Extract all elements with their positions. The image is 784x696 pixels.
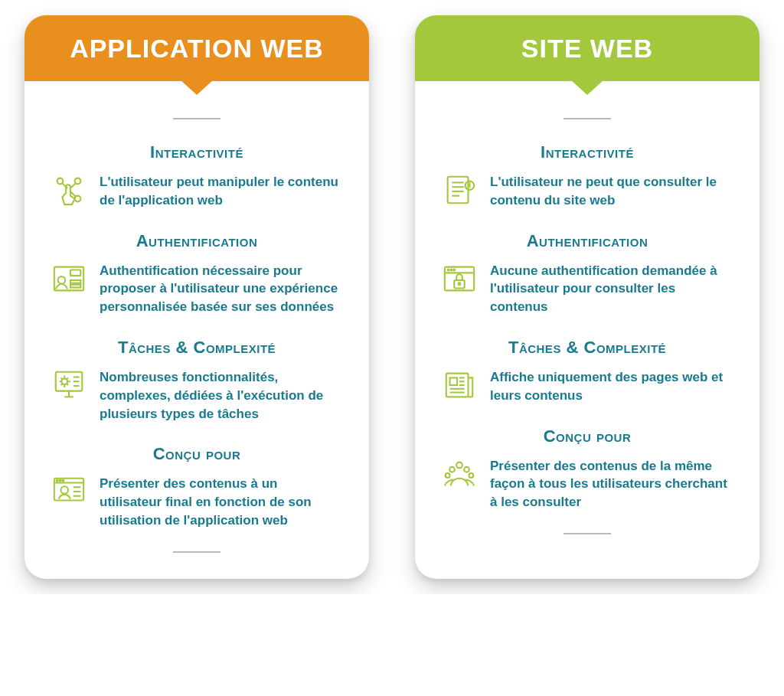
- svg-rect-43: [450, 377, 458, 385]
- card-title: SITE WEB: [521, 34, 653, 64]
- section-text: Présenter des contenus à un utilisateur …: [100, 475, 343, 529]
- section-authentification: Authentification Authentification nécess…: [51, 231, 343, 316]
- card-body: Interactivité L'utilisateur ne peut que …: [415, 81, 760, 560]
- divider-bottom: [564, 533, 611, 534]
- svg-point-21: [60, 480, 61, 482]
- svg-point-49: [456, 462, 462, 468]
- svg-rect-7: [70, 270, 80, 276]
- section-heading: Conçu pour: [51, 444, 343, 464]
- card-body: Interactivité L'utilisateur peut manipul…: [24, 81, 369, 579]
- news-icon: [441, 368, 478, 402]
- card-header-site-web: SITE WEB: [415, 15, 760, 81]
- section-concu-pour: Conçu pour Présenter des contenus de la …: [441, 426, 733, 511]
- settings-monitor-icon: [51, 368, 87, 402]
- svg-point-37: [448, 269, 449, 270]
- card-site-web: SITE WEB Interactivité L'utilisateur ne …: [415, 15, 760, 579]
- svg-rect-27: [448, 177, 469, 204]
- svg-point-34: [469, 181, 470, 182]
- svg-point-22: [62, 480, 64, 482]
- svg-point-14: [61, 378, 67, 384]
- section-text: L'utilisateur ne peut que consulter le c…: [490, 173, 733, 210]
- divider-top: [173, 118, 220, 119]
- svg-point-38: [451, 269, 452, 270]
- document-icon: [441, 173, 478, 207]
- section-heading: Tâches & Complexité: [51, 338, 343, 358]
- svg-point-50: [449, 466, 455, 472]
- section-text: Authentification nécessaire pour propose…: [100, 262, 343, 316]
- section-concu-pour: Conçu pour Présenter des contenus à un u…: [51, 444, 343, 529]
- svg-point-41: [459, 283, 461, 285]
- touch-icon: [51, 173, 87, 207]
- section-text: Aucune authentification demandée à l'uti…: [490, 262, 733, 316]
- section-authentification: Authentification Aucune authentification…: [441, 231, 733, 316]
- svg-point-20: [57, 480, 58, 482]
- login-icon: [51, 262, 87, 296]
- svg-rect-10: [70, 284, 80, 287]
- section-text: Présenter des contenus de la même façon …: [490, 457, 733, 511]
- svg-point-8: [58, 276, 66, 284]
- section-text: Nombreuses fonctionnalités, complexes, d…: [100, 368, 343, 423]
- section-text: L'utilisateur peut manipuler le contenu …: [100, 173, 343, 210]
- svg-point-52: [446, 473, 450, 478]
- user-screen-icon: [51, 475, 87, 508]
- section-heading: Interactivité: [51, 142, 343, 162]
- svg-point-0: [57, 178, 64, 185]
- svg-point-1: [75, 178, 81, 185]
- section-taches: Tâches & Complexité Nombreuses fonctionn…: [51, 338, 343, 423]
- section-interactivite: Interactivité L'utilisateur peut manipul…: [51, 142, 343, 210]
- section-interactivite: Interactivité L'utilisateur ne peut que …: [441, 142, 733, 210]
- section-heading: Tâches & Complexité: [441, 338, 733, 358]
- section-text: Affiche uniquement des pages web et leur…: [490, 368, 733, 405]
- crowd-icon: [441, 457, 478, 491]
- section-taches: Tâches & Complexité Affiche uniquement d…: [441, 338, 733, 405]
- section-heading: Interactivité: [441, 142, 733, 162]
- card-application-web: APPLICATION WEB Interactivité L'utilisat…: [24, 15, 369, 579]
- card-title: APPLICATION WEB: [70, 34, 324, 64]
- svg-point-53: [469, 473, 473, 478]
- divider-bottom: [173, 551, 220, 553]
- svg-point-51: [464, 466, 469, 472]
- card-header-application-web: APPLICATION WEB: [24, 15, 369, 81]
- section-heading: Authentification: [441, 231, 733, 251]
- section-heading: Conçu pour: [441, 426, 733, 446]
- svg-point-23: [60, 487, 68, 495]
- lock-browser-icon: [441, 262, 478, 296]
- section-heading: Authentification: [51, 231, 343, 251]
- divider-top: [564, 118, 611, 119]
- svg-rect-9: [70, 280, 80, 283]
- svg-point-39: [453, 269, 455, 270]
